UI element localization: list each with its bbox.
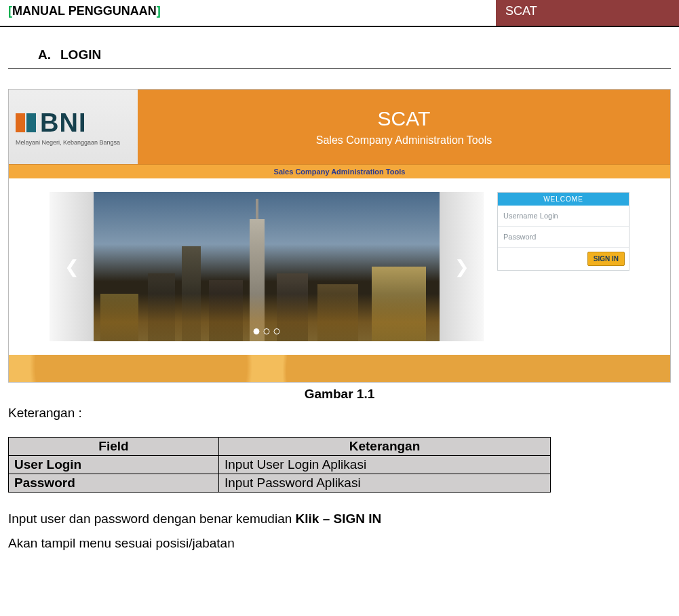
table-cell-field: Password [9, 474, 219, 493]
login-screenshot: BNI Melayani Negeri, Kebanggaan Bangsa S… [8, 89, 671, 383]
carousel-next-button[interactable]: ❯ [440, 192, 484, 341]
instruction-bold: Klik – SIGN IN [296, 512, 382, 526]
table-header-keterangan: Keterangan [219, 438, 551, 456]
carousel-dot[interactable] [274, 328, 280, 334]
table-row: Password Input Password Aplikasi [9, 474, 551, 493]
logo-mark-icon [16, 113, 36, 132]
carousel-dot[interactable] [254, 328, 260, 334]
banner-right: SCAT Sales Company Administration Tools [138, 90, 670, 164]
table-cell-desc: Input Password Aplikasi [219, 474, 551, 493]
section-title: LOGIN [60, 47, 101, 62]
instruction-paragraph: Input user dan password dengan benar kem… [8, 512, 671, 526]
chevron-left-icon: ❮ [64, 256, 79, 277]
page-header: [MANUAL PENGGUNAAN] SCAT [0, 0, 679, 27]
doc-tag: SCAT [496, 0, 679, 26]
carousel-dots [254, 328, 280, 334]
bracket-right: ] [157, 4, 161, 18]
username-input[interactable]: Username Login [498, 206, 629, 227]
section-heading: A. LOGIN [38, 47, 641, 62]
sign-in-button[interactable]: SIGN IN [587, 252, 625, 266]
chevron-right-icon: ❯ [454, 256, 469, 277]
doc-title: [MANUAL PENGGUNAAN] [0, 0, 496, 26]
sub-bar: Sales Company Administration Tools [9, 164, 670, 178]
logo-area: BNI Melayani Negeri, Kebanggaan Bangsa [9, 90, 138, 164]
password-input[interactable]: Password [498, 227, 629, 248]
note-paragraph: Akan tampil menu sesuai posisi/jabatan [8, 536, 671, 551]
banner-subtitle: Sales Company Administration Tools [316, 134, 492, 147]
carousel-row: ❮ ❯ WELCOME Username Login Password [9, 178, 670, 341]
figure-caption: Gambar 1.1 [0, 387, 679, 402]
map-strip [9, 355, 670, 382]
banner-title: SCAT [378, 107, 431, 130]
doc-title-text: MANUAL PENGGUNAAN [12, 4, 157, 18]
logo-text: BNI [40, 109, 86, 138]
banner: BNI Melayani Negeri, Kebanggaan Bangsa S… [9, 90, 670, 164]
field-table: Field Keterangan User Login Input User L… [8, 437, 551, 493]
instruction-pre: Input user dan password dengan benar kem… [8, 512, 296, 526]
keterangan-label: Keterangan : [8, 406, 671, 421]
table-header-field: Field [9, 438, 219, 456]
carousel-dot[interactable] [264, 328, 270, 334]
table-row: User Login Input User Login Aplikasi [9, 456, 551, 474]
login-panel: WELCOME Username Login Password SIGN IN [497, 192, 629, 271]
section-marker: A. [38, 47, 51, 62]
logo-subtext: Melayani Negeri, Kebanggaan Bangsa [16, 139, 131, 146]
carousel-image [94, 192, 440, 341]
table-cell-desc: Input User Login Aplikasi [219, 456, 551, 474]
table-cell-field: User Login [9, 456, 219, 474]
carousel-prev-button[interactable]: ❮ [50, 192, 94, 341]
welcome-label: WELCOME [498, 193, 629, 206]
section-underline [8, 68, 671, 69]
